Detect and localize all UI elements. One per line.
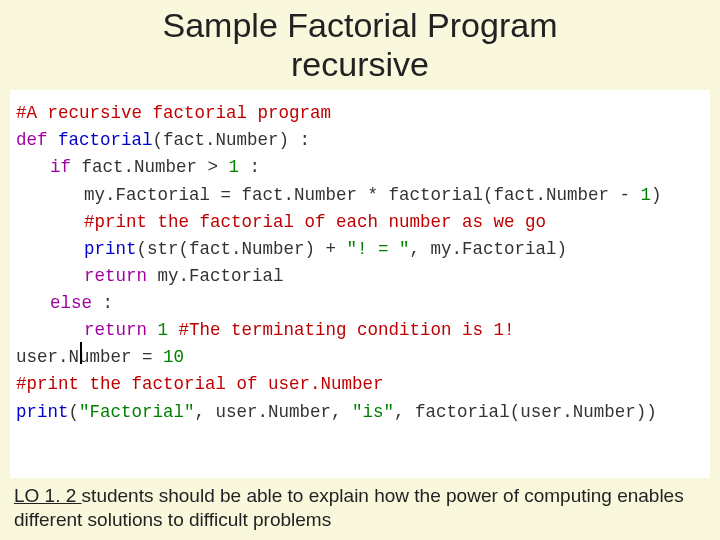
code-space bbox=[168, 320, 179, 340]
code-comment: #The terminating condition is 1! bbox=[179, 320, 515, 340]
code-text: (fact.Number) : bbox=[153, 130, 311, 150]
code-text: ( bbox=[69, 402, 80, 422]
code-func: print bbox=[84, 239, 137, 259]
code-comment: #print the factorial of each number as w… bbox=[84, 212, 546, 232]
code-block: #A recursive factorial program def facto… bbox=[10, 90, 710, 478]
code-comment: #print the factorial of user.Number bbox=[16, 374, 384, 394]
code-keyword: def bbox=[16, 130, 58, 150]
code-string: "! = " bbox=[347, 239, 410, 259]
learning-objective: LO 1. 2 students should be able to expla… bbox=[0, 484, 720, 538]
lo-text: students should be able to explain how t… bbox=[14, 485, 684, 530]
code-text: : bbox=[239, 157, 260, 177]
code-func: factorial bbox=[58, 130, 153, 150]
code-text: fact.Number > bbox=[82, 157, 229, 177]
slide-title: Sample Factorial Program recursive bbox=[0, 0, 720, 84]
code-text: ) bbox=[651, 185, 662, 205]
code-keyword: if bbox=[50, 157, 82, 177]
code-text: (str(fact.Number) + bbox=[137, 239, 347, 259]
code-comment: #A recursive factorial program bbox=[16, 103, 331, 123]
code-string: "is" bbox=[352, 402, 394, 422]
code-number: 1 bbox=[641, 185, 652, 205]
code-keyword: else bbox=[50, 293, 103, 313]
code-number: 10 bbox=[163, 347, 184, 367]
code-text: my.Factorial bbox=[158, 266, 284, 286]
code-string: "Factorial" bbox=[79, 402, 195, 422]
text-cursor-icon bbox=[80, 342, 82, 364]
code-number: 1 bbox=[229, 157, 240, 177]
title-line-1: Sample Factorial Program bbox=[163, 6, 558, 44]
code-text: , factorial(user.Number)) bbox=[394, 402, 657, 422]
code-text: : bbox=[103, 293, 114, 313]
code-keyword: return bbox=[84, 320, 158, 340]
code-number: 1 bbox=[158, 320, 169, 340]
code-keyword: return bbox=[84, 266, 158, 286]
code-func: print bbox=[16, 402, 69, 422]
code-text: my.Factorial = fact.Number * factorial(f… bbox=[84, 185, 641, 205]
code-text: user.Number = bbox=[16, 347, 163, 367]
lo-prefix: LO 1. 2 bbox=[14, 485, 82, 506]
code-text: , my.Factorial) bbox=[410, 239, 568, 259]
code-text: , user.Number, bbox=[195, 402, 353, 422]
title-line-2: recursive bbox=[291, 45, 429, 83]
